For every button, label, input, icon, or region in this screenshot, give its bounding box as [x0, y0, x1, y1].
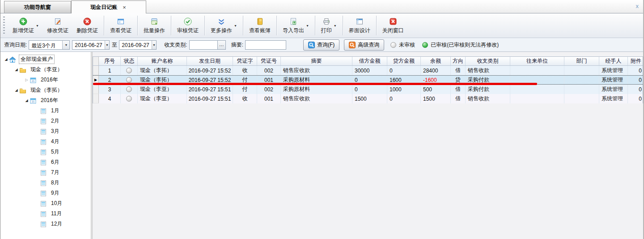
- tree-item[interactable]: 9月: [0, 188, 91, 198]
- audit-voucher-button[interactable]: 审核凭证: [173, 15, 203, 36]
- tab-function-nav[interactable]: 功能导航窗: [4, 1, 71, 13]
- cell-word: 收: [233, 94, 257, 103]
- new-voucher-button[interactable]: 新增凭证▼: [8, 15, 43, 36]
- tree-item-label: 7月: [50, 168, 61, 177]
- column-header-word[interactable]: 凭证字: [233, 57, 257, 65]
- tree-item[interactable]: 11月: [0, 209, 91, 219]
- chevron-down-icon[interactable]: ▼: [152, 41, 157, 49]
- view-books-button[interactable]: 查看账簿: [245, 15, 275, 36]
- column-header-date[interactable]: 发生日期: [187, 57, 233, 65]
- ui-design-icon: [355, 17, 364, 26]
- collapse-icon[interactable]: ◢: [24, 98, 30, 102]
- cell-department: [564, 76, 599, 84]
- date-from-combobox[interactable]: 2016-06-27 ▼: [72, 40, 110, 50]
- tree-item[interactable]: ◢全部现金账户: [0, 54, 91, 64]
- toolbar-separator: [137, 16, 138, 35]
- search-icon: [308, 42, 315, 48]
- view-voucher-button[interactable]: 查看凭证: [106, 15, 136, 36]
- tree-item-label: 10月: [50, 199, 64, 208]
- tree-item[interactable]: ◢现金（李拓）: [0, 85, 91, 95]
- cell-contact: [510, 94, 564, 103]
- column-header-seq[interactable]: 序号: [99, 57, 121, 65]
- date-preset-combobox[interactable]: 最近3个月 ▼: [29, 40, 70, 50]
- print-button[interactable]: 打印▼: [317, 15, 341, 36]
- delete-voucher-button[interactable]: 删除凭证: [72, 15, 102, 36]
- cell-credit: 0: [387, 66, 421, 75]
- tree-item[interactable]: 7月: [0, 167, 91, 178]
- more-ops-button[interactable]: 更多操作▼: [207, 15, 241, 36]
- column-header-debit[interactable]: 借方金额: [352, 57, 387, 65]
- category-input[interactable]: [189, 40, 218, 50]
- search-button-label: 查询(F): [317, 41, 335, 49]
- cell-handler: 系统管理: [599, 76, 628, 84]
- date-to-combobox[interactable]: 2016-09-27 ▼: [119, 40, 157, 50]
- row-indicator-cell: [93, 85, 99, 94]
- collapse-icon[interactable]: ◢: [13, 68, 19, 72]
- tree-item[interactable]: ▷212016年: [0, 75, 91, 85]
- ui-design-label: 界面设计: [349, 27, 370, 34]
- tree-item-label: 2月: [50, 117, 61, 125]
- advanced-search-button-label: 高级查询: [358, 41, 379, 49]
- column-header-balance[interactable]: 余额: [421, 57, 451, 65]
- close-window-button[interactable]: 关闭窗口: [378, 15, 408, 36]
- tree-item[interactable]: 1月: [0, 106, 91, 116]
- tabstrip-close-icon[interactable]: x: [636, 3, 639, 9]
- advanced-search-button[interactable]: 高级查询: [344, 39, 384, 51]
- tree-item[interactable]: 5月: [0, 147, 91, 157]
- tree-item[interactable]: 3月: [0, 126, 91, 137]
- toolbar: 新增凭证▼修改凭证删除凭证查看凭证批量操作审核凭证更多操作▼查看账簿导入导出▼打…: [0, 13, 643, 38]
- collapse-icon[interactable]: ◢: [13, 88, 19, 92]
- table-row[interactable]: 4现金（李亚）2016-09-27 15:51收001销售应收款15000150…: [93, 94, 643, 103]
- tree-item[interactable]: ◢212016年: [0, 95, 91, 106]
- cell-no: 001: [257, 94, 281, 103]
- tree-item[interactable]: 4月: [0, 137, 91, 147]
- column-header-handler[interactable]: 经手人: [599, 57, 628, 65]
- ui-design-button[interactable]: 界面设计: [345, 15, 374, 36]
- cell-balance: 28400: [421, 66, 451, 75]
- toolbar-grip[interactable]: [3, 17, 5, 34]
- unaudited-status-icon: [126, 86, 132, 92]
- tree-item[interactable]: ◢现金（李亚）: [0, 64, 91, 75]
- batch-ops-button[interactable]: 批量操作: [140, 15, 169, 36]
- expand-icon[interactable]: ▷: [24, 78, 30, 82]
- chevron-down-icon[interactable]: ▼: [234, 24, 237, 27]
- edit-voucher-button[interactable]: 修改凭证: [43, 15, 72, 36]
- more-ops-label: 更多操作: [211, 27, 232, 34]
- row-indicator-cell: [93, 66, 99, 75]
- collapse-icon[interactable]: ◢: [3, 57, 9, 61]
- chevron-down-icon[interactable]: ▼: [62, 41, 69, 49]
- tree-item[interactable]: 6月: [0, 157, 91, 167]
- search-button[interactable]: 查询(F): [303, 39, 339, 51]
- tree-item[interactable]: 8月: [0, 178, 91, 188]
- import-export-label: 导入导出: [283, 27, 304, 34]
- chevron-down-icon[interactable]: ▼: [334, 24, 337, 27]
- column-header-summary[interactable]: 摘要: [281, 57, 352, 65]
- unaudited-label: 未审核: [399, 41, 415, 49]
- category-lookup-button[interactable]: …: [218, 40, 226, 50]
- table-row[interactable]: 3现金（李亚）2016-09-27 15:51付002采购原材料01000500…: [93, 85, 643, 94]
- tree-item-label: 1月: [50, 107, 61, 115]
- row-indicator-header: [93, 57, 99, 65]
- import-export-button[interactable]: 导入导出▼: [279, 15, 313, 36]
- column-header-contact[interactable]: 往来单位: [510, 57, 564, 65]
- chevron-down-icon[interactable]: ▼: [36, 24, 39, 27]
- column-header-attach[interactable]: 附件: [628, 57, 643, 65]
- tab-close-icon[interactable]: ×: [122, 4, 127, 10]
- column-header-direction[interactable]: 方向: [451, 57, 466, 65]
- column-header-credit[interactable]: 贷方金额: [387, 57, 421, 65]
- column-header-account[interactable]: 账户名称: [138, 57, 187, 65]
- column-header-status[interactable]: 状态: [121, 57, 138, 65]
- column-header-no[interactable]: 凭证号: [257, 57, 281, 65]
- tree-item[interactable]: 10月: [0, 198, 91, 209]
- tree-item[interactable]: 2月: [0, 116, 91, 126]
- table-row[interactable]: 1现金（李拓）2016-09-27 15:52收002销售应收款30000028…: [93, 66, 643, 75]
- summary-input[interactable]: [245, 40, 286, 50]
- chevron-down-icon[interactable]: ▼: [306, 24, 309, 27]
- column-header-category[interactable]: 收支类别: [466, 57, 510, 65]
- column-header-department[interactable]: 部门: [564, 57, 599, 65]
- tree-item[interactable]: 12月: [0, 219, 91, 229]
- chevron-down-icon[interactable]: ▼: [105, 41, 110, 49]
- tab-cash-journal[interactable]: 现金日记账 ×: [71, 0, 146, 13]
- month-icon: [40, 179, 48, 187]
- month-icon: [40, 138, 48, 145]
